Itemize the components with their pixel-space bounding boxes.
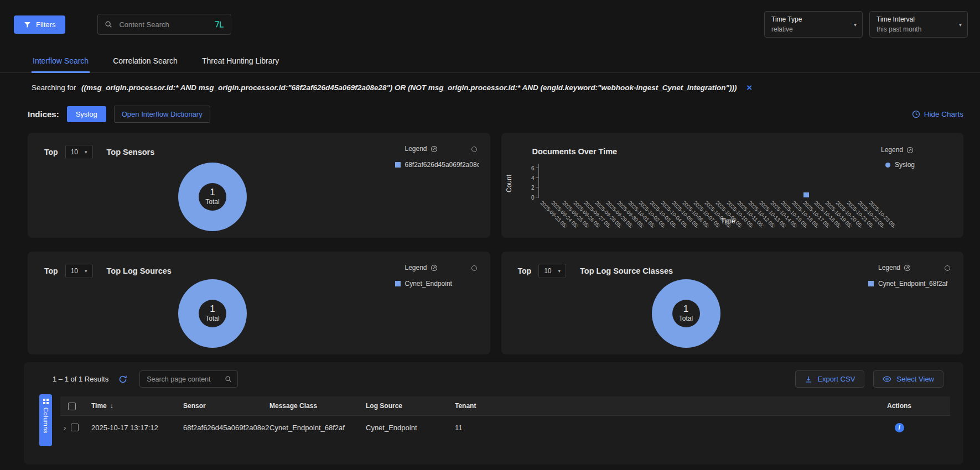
top-label: Top <box>44 148 58 156</box>
tab-threat-hunting-library[interactable]: Threat Hunting Library <box>201 51 280 72</box>
legend: Legend 68f2af626d45a069f2a08e28 <box>384 145 479 169</box>
documents-plot: Count Time 02462025-09-23 05:2025-09-24 … <box>538 168 878 197</box>
top-label: Top <box>518 267 532 275</box>
column-header-log-source[interactable]: Log Source <box>366 396 455 415</box>
legend-header[interactable]: Legend <box>881 146 915 154</box>
filter-icon <box>24 21 31 28</box>
column-header-time[interactable]: Time↓ <box>91 396 183 415</box>
column-header-actions: Actions <box>851 396 950 415</box>
filters-label: Filters <box>36 20 55 29</box>
hide-charts-button[interactable]: Hide Charts <box>912 110 963 118</box>
cell-sensor: 68f2af626d45a069f2a08e28 <box>183 415 269 439</box>
select-all-checkbox[interactable] <box>68 403 76 410</box>
chevron-down-icon: ▾ <box>959 22 962 28</box>
panel-top-log-source-classes: Top 10 ▾ Top Log Source Classes Legend C… <box>501 252 964 354</box>
row-checkbox[interactable] <box>71 424 79 431</box>
legend-marker <box>868 281 874 286</box>
legend-header[interactable]: Legend <box>878 264 952 271</box>
open-interflow-dictionary-button[interactable]: Open Interflow Dictionary <box>114 106 210 123</box>
donut-total-value: 1 <box>683 304 688 315</box>
columns-button[interactable]: Columns <box>39 394 52 446</box>
legend-page-dot-icon[interactable] <box>945 265 950 271</box>
info-icon[interactable]: i <box>895 423 904 432</box>
donut-total-label: Total <box>205 198 219 206</box>
legend-item[interactable]: Syslog <box>885 161 915 169</box>
chevron-down-icon: ▾ <box>558 268 561 274</box>
top-count-value: 10 <box>71 267 78 275</box>
column-header-sensor[interactable]: Sensor <box>183 396 269 415</box>
cell-message-class: Cynet_Endpoint_68f2af <box>269 415 366 439</box>
select-view-button[interactable]: Select View <box>873 370 943 388</box>
clear-query-button[interactable]: × <box>746 82 752 93</box>
legend: Legend Cynet_Endpoint <box>384 264 479 288</box>
legend-label: 68f2af626d45a069f2a08e28 <box>405 161 479 169</box>
bar-syslog <box>803 192 809 197</box>
eye-icon <box>883 375 891 383</box>
table-row[interactable]: › 2025-10-17 13:17:12 68f2af626d45a069f2… <box>60 415 950 439</box>
content-search-input[interactable] <box>118 20 209 29</box>
donut-center: 1 Total <box>672 300 700 327</box>
hide-charts-label: Hide Charts <box>924 110 963 118</box>
expand-row-icon[interactable]: › <box>64 424 66 432</box>
donut-total-value: 1 <box>210 187 215 198</box>
indices-row: Indices: Syslog Open Interflow Dictionar… <box>28 106 963 123</box>
donut-total-value: 1 <box>210 304 215 315</box>
time-type-select[interactable]: Time Type relative ▾ <box>764 11 863 38</box>
table-header-row: Time↓ Sensor Message Class Log Source Te… <box>60 396 950 415</box>
cell-log-source: Cynet_Endpoint <box>366 415 455 439</box>
column-header-tenant[interactable]: Tenant <box>455 396 851 415</box>
tabbar: Interflow Search Correlation Search Thre… <box>0 51 980 73</box>
select-view-label: Select View <box>896 375 934 383</box>
legend-page-dot-icon[interactable] <box>471 147 477 152</box>
filters-button[interactable]: Filters <box>14 15 65 34</box>
tab-interflow-search[interactable]: Interflow Search <box>32 51 90 73</box>
column-header-message-class[interactable]: Message Class <box>269 396 366 415</box>
legend-title: Legend <box>405 145 427 153</box>
content-search-box <box>97 14 231 35</box>
legend-label: Syslog <box>895 161 915 169</box>
refresh-button[interactable] <box>118 375 127 384</box>
top-count-value: 10 <box>544 267 551 275</box>
search-icon <box>105 20 112 28</box>
results-panel: 1 – 1 of 1 Results Export CSV <box>24 362 963 464</box>
donut-center: 1 Total <box>199 183 226 211</box>
legend: Legend Syslog <box>881 146 915 169</box>
panel-title: Top Log Source Classes <box>580 267 673 275</box>
panel-title: Top Sensors <box>107 148 155 156</box>
legend-item[interactable]: Cynet_Endpoint_68f2af <box>868 280 952 288</box>
interflow-logo-icon <box>214 20 224 28</box>
legend-item[interactable]: 68f2af626d45a069f2a08e28 <box>395 161 479 169</box>
legend-header[interactable]: Legend <box>405 145 479 153</box>
legend-item[interactable]: Cynet_Endpoint <box>395 280 479 288</box>
top-log-sources-donut-chart: 1 Total <box>178 279 247 348</box>
top-count-select[interactable]: 10 ▾ <box>65 145 93 159</box>
legend-marker <box>885 163 890 168</box>
legend-page-dot-icon[interactable] <box>471 265 477 271</box>
results-table: Time↓ Sensor Message Class Log Source Te… <box>60 396 950 439</box>
legend-expand-icon <box>906 147 914 154</box>
chevron-down-icon: ▾ <box>85 149 87 155</box>
top-count-select[interactable]: 10 ▾ <box>538 264 566 278</box>
search-summary-prefix: Searching for <box>32 83 76 92</box>
panel-top-sensors: Top 10 ▾ Top Sensors Legend 68f2af626d45… <box>28 133 490 238</box>
export-csv-button[interactable]: Export CSV <box>795 370 864 388</box>
legend-title: Legend <box>878 264 900 271</box>
export-csv-label: Export CSV <box>817 375 855 383</box>
page-search-input[interactable] <box>146 375 220 384</box>
chevron-down-icon: ▾ <box>85 268 87 274</box>
legend-header[interactable]: Legend <box>405 264 479 271</box>
panel-head: Top 10 ▾ Top Sensors <box>44 145 154 159</box>
clock-icon <box>912 110 920 118</box>
legend-title: Legend <box>881 146 903 154</box>
sort-descending-icon: ↓ <box>110 402 113 410</box>
results-toolbar: 1 – 1 of 1 Results Export CSV <box>24 362 963 388</box>
top-count-value: 10 <box>71 148 78 156</box>
panel-title: Top Log Sources <box>107 267 172 275</box>
legend-label: Cynet_Endpoint <box>405 280 452 288</box>
syslog-index-button[interactable]: Syslog <box>67 106 106 122</box>
tab-correlation-search[interactable]: Correlation Search <box>112 51 179 72</box>
legend-marker <box>395 281 401 286</box>
top-count-select[interactable]: 10 ▾ <box>65 264 93 278</box>
indices-label: Indices: <box>28 109 59 119</box>
time-interval-select[interactable]: Time Interval this past month ▾ <box>869 11 968 38</box>
